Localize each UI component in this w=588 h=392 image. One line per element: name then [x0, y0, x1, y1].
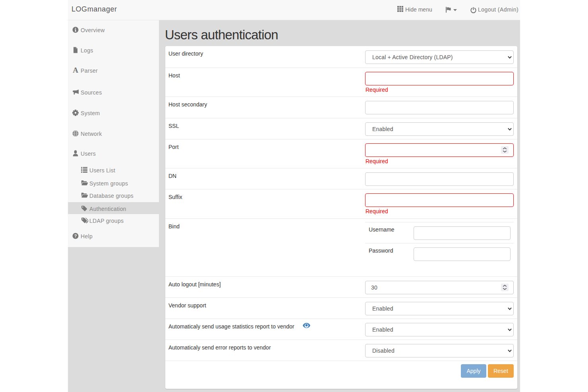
svg-text:A: A: [73, 67, 78, 73]
svg-text:?: ?: [74, 234, 77, 238]
